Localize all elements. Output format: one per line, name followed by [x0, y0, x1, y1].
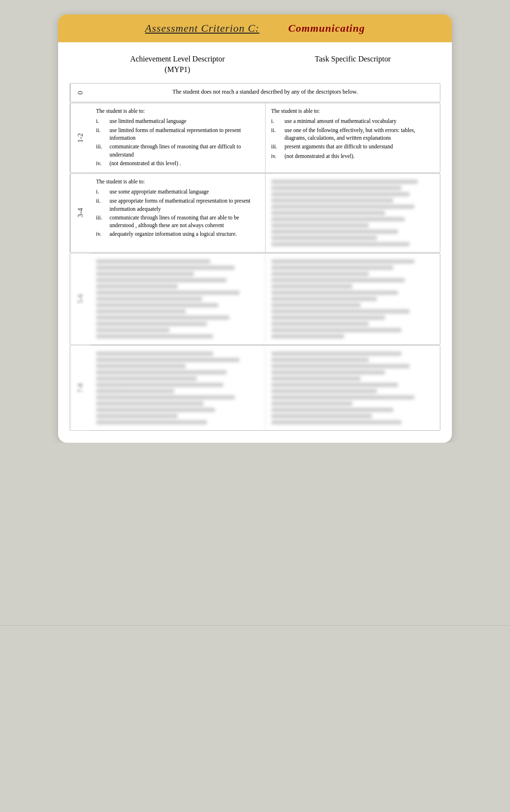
- page-container: Assessment Criterion C: Communicating Ac…: [58, 14, 452, 443]
- col-headers: Achievement Level Descriptor(MYP1) Task …: [90, 51, 440, 78]
- table-rows: 0 The student does not reach a standard …: [70, 83, 440, 431]
- list-item: iii. communicate through lines of reason…: [96, 143, 259, 158]
- cell-56-left: [90, 254, 266, 344]
- right-title-12: The student is able to:: [271, 107, 435, 115]
- row-content-12: The student is able to: i. use limited m…: [90, 103, 440, 172]
- cell-78-right: [266, 346, 440, 430]
- table-row-34: 3-4 The student is able to: i. use some …: [70, 173, 440, 253]
- communicating-label: Communicating: [288, 22, 365, 35]
- list-item: iv. (not demonstrated at this level).: [271, 152, 435, 160]
- row-content-78: [90, 346, 440, 430]
- row-label-56: 5-6: [70, 254, 90, 344]
- list-item: i. use a minimal amount of mathematical …: [271, 117, 435, 125]
- row-content-34: The student is able to: i. use some appr…: [90, 174, 440, 252]
- cell-34-left: The student is able to: i. use some appr…: [90, 174, 266, 252]
- row-label-12: 1-2: [70, 103, 90, 172]
- list-item: iii. present arguments that are difficul…: [271, 143, 435, 151]
- list-item: ii. use one of the following effectively…: [271, 126, 435, 142]
- table-row-0: 0 The student does not reach a standard …: [70, 83, 440, 102]
- table-row-12: 1-2 The student is able to: i. use limit…: [70, 103, 440, 173]
- row-label-78: 7-8: [70, 346, 90, 430]
- table-row-56: 5-6: [70, 253, 440, 345]
- list-item: iv. (not demonstrated at this level) .: [96, 159, 259, 168]
- list-item: i. use limited mathematical language: [96, 117, 259, 125]
- cell-12-left: The student is able to: i. use limited m…: [90, 103, 266, 172]
- list-item: iv. adequately organize information usin…: [96, 230, 259, 238]
- left-title-34: The student is able to:: [96, 178, 259, 186]
- row-0-text: The student does not reach a standard de…: [172, 88, 358, 95]
- left-title-12: The student is able to:: [96, 107, 259, 115]
- cell-78-left: [90, 346, 266, 430]
- list-item: ii. use limited forms of mathematical re…: [96, 126, 259, 142]
- criterion-label: Assessment Criterion C:: [145, 22, 259, 35]
- row-content-56: [90, 254, 440, 344]
- col-header-achievement: Achievement Level Descriptor(MYP1): [90, 51, 265, 78]
- list-item: i. use some appropriate mathematical lan…: [96, 188, 259, 196]
- cell-56-right: [266, 254, 440, 344]
- table-row-78: 7-8: [70, 345, 440, 431]
- list-item: ii. use appropriate forms of mathematica…: [96, 197, 259, 212]
- row-content-0: The student does not reach a standard de…: [90, 84, 440, 102]
- col-header-task: Task Specific Descriptor: [265, 51, 440, 78]
- bottom-area: [0, 443, 510, 644]
- cell-34-right: [266, 174, 440, 252]
- list-item: iii. communicate through lines of reason…: [96, 214, 259, 229]
- row-label-0: 0: [70, 84, 90, 102]
- table-container: Achievement Level Descriptor(MYP1) Task …: [58, 42, 452, 443]
- row-label-34: 3-4: [70, 174, 90, 252]
- header-bar: Assessment Criterion C: Communicating: [58, 14, 452, 42]
- cell-12-right: The student is able to: i. use a minimal…: [266, 103, 440, 172]
- cell-0-full: The student does not reach a standard de…: [90, 84, 440, 102]
